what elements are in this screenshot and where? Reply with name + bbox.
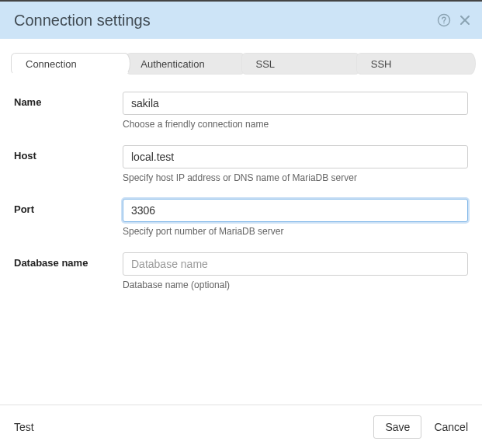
tab-label: SSL: [256, 58, 276, 70]
database-input[interactable]: [123, 252, 468, 276]
cancel-button[interactable]: Cancel: [434, 421, 468, 433]
row-host: Host Specify host IP address or DNS name…: [14, 145, 468, 183]
dialog-title: Connection settings: [14, 12, 437, 30]
label-port: Port: [14, 199, 123, 215]
dialog-footer: Test Save Cancel: [0, 405, 482, 448]
save-button[interactable]: Save: [373, 415, 421, 439]
label-host: Host: [14, 145, 123, 161]
host-input[interactable]: [123, 145, 468, 168]
tab-label: SSH: [371, 58, 392, 70]
help-name: Choose a friendly connection name: [123, 119, 468, 130]
label-name: Name: [14, 92, 123, 108]
help-icon[interactable]: [437, 13, 451, 27]
tab-authentication[interactable]: Authentication: [126, 53, 245, 75]
help-host: Specify host IP address or DNS name of M…: [123, 172, 468, 183]
help-database: Database name (optional): [123, 280, 468, 290]
tab-label: Authentication: [140, 58, 204, 70]
svg-point-1: [443, 23, 445, 24]
tabs: Connection Authentication SSL SSH: [11, 53, 471, 75]
help-port: Specify port number of MariaDB server: [123, 226, 468, 237]
field-host: Specify host IP address or DNS name of M…: [123, 145, 468, 183]
header-icons: [437, 13, 471, 27]
field-port: Specify port number of MariaDB server: [123, 199, 468, 237]
close-icon[interactable]: [459, 14, 471, 26]
port-input[interactable]: [123, 199, 468, 222]
tabs-container: Connection Authentication SSL SSH: [0, 39, 482, 75]
label-database: Database name: [14, 252, 123, 269]
row-name: Name Choose a friendly connection name: [14, 92, 468, 130]
footer-right: Save Cancel: [373, 415, 468, 439]
test-button[interactable]: Test: [14, 421, 34, 433]
field-name: Choose a friendly connection name: [123, 92, 468, 130]
tab-ssh[interactable]: SSH: [356, 53, 476, 75]
tab-connection[interactable]: Connection: [11, 53, 130, 75]
row-database: Database name Database name (optional): [14, 252, 468, 290]
tab-label: Connection: [26, 58, 77, 70]
row-port: Port Specify port number of MariaDB serv…: [14, 199, 468, 237]
name-input[interactable]: [123, 92, 468, 115]
dialog-header: Connection settings: [0, 2, 482, 39]
field-database: Database name (optional): [123, 252, 468, 290]
footer-left: Test: [14, 420, 373, 434]
connection-settings-dialog: Connection settings Connection: [0, 0, 482, 448]
tab-ssl[interactable]: SSL: [241, 53, 361, 75]
form-area: Name Choose a friendly connection name H…: [0, 75, 482, 405]
